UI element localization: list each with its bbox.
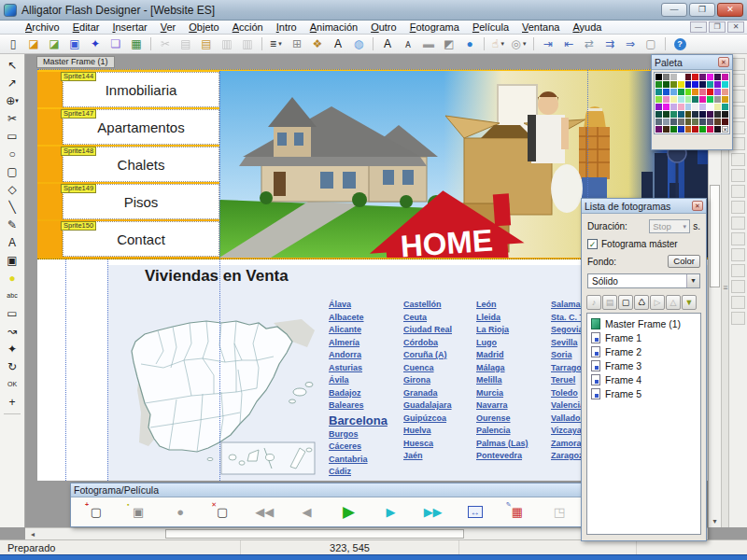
direct-select-tool-icon[interactable]: ↗ xyxy=(2,74,22,91)
palette-color-swatch[interactable] xyxy=(714,126,721,133)
horizontal-scroll-thumb[interactable] xyxy=(165,529,464,539)
province-link-baleares[interactable]: Baleares xyxy=(329,399,402,413)
forward-button[interactable]: ▶▶ xyxy=(421,502,445,523)
frame-item-master-frame-1[interactable]: Master Frame (1) xyxy=(587,316,700,330)
palette-color-swatch[interactable] xyxy=(722,119,728,125)
palette-color-swatch[interactable] xyxy=(692,119,698,125)
sprite-tag[interactable]: Sprite147 xyxy=(61,109,96,119)
palette-color-swatch[interactable] xyxy=(692,104,698,110)
province-link-granada[interactable]: Granada xyxy=(403,387,476,400)
palette-color-swatch[interactable] xyxy=(707,111,713,118)
province-link-palencia[interactable]: Palencia xyxy=(476,425,549,438)
province-link-guipuzcoa[interactable]: Guipúzcoa xyxy=(403,413,476,426)
help-icon[interactable]: ? xyxy=(670,35,689,52)
sprite-tag[interactable]: Sprite148 xyxy=(61,147,96,156)
palette-color-swatch[interactable] xyxy=(655,74,662,80)
dock-icon[interactable] xyxy=(731,296,745,309)
rewind-button[interactable]: ◀◀ xyxy=(252,502,276,523)
province-link-ceuta[interactable]: Ceuta xyxy=(403,312,476,325)
record-button[interactable]: ● xyxy=(168,502,192,523)
palette-color-swatch[interactable] xyxy=(678,96,684,103)
spain-outline[interactable] xyxy=(132,321,292,452)
province-link-andorra[interactable]: Andorra xyxy=(329,349,402,362)
palette-color-swatch[interactable] xyxy=(722,96,728,103)
palette-color-swatch[interactable] xyxy=(685,111,692,118)
province-link-cadiz[interactable]: Cádiz xyxy=(329,466,402,479)
frame-tab[interactable]: Master Frame (1) xyxy=(36,56,115,68)
outro-frame-icon[interactable]: ⇤ xyxy=(559,35,578,52)
dock-icon[interactable] xyxy=(731,248,745,261)
palette-color-swatch[interactable] xyxy=(685,104,692,110)
play-frame-button[interactable]: ▶ xyxy=(379,502,403,523)
palette-color-swatch[interactable] xyxy=(714,96,721,103)
ok-button-tool-icon[interactable]: OK xyxy=(2,375,22,393)
palette-color-swatch[interactable] xyxy=(692,74,698,80)
palette-color-swatch[interactable] xyxy=(722,104,728,110)
province-link-avila[interactable]: Ávila xyxy=(329,374,402,387)
export-page-icon[interactable]: ❏ xyxy=(106,35,125,52)
palette-color-swatch[interactable] xyxy=(685,81,692,88)
dock-icon[interactable] xyxy=(731,169,745,182)
palette-color-swatch[interactable] xyxy=(692,81,698,88)
previous-frame-button[interactable]: ◀ xyxy=(294,502,318,523)
palette-color-swatch[interactable] xyxy=(678,81,684,88)
dock-icon[interactable] xyxy=(731,264,745,277)
province-link-navarra[interactable]: Navarra xyxy=(476,399,549,413)
dock-icon[interactable] xyxy=(731,58,745,71)
palette-color-swatch[interactable] xyxy=(663,81,669,88)
palette-color-swatch[interactable] xyxy=(678,111,684,118)
palette-color-swatch[interactable] xyxy=(714,104,721,110)
dock-icon[interactable] xyxy=(731,217,745,230)
palette-color-swatch[interactable] xyxy=(670,104,677,110)
palette-color-swatch[interactable] xyxy=(707,104,713,110)
menu-intro[interactable]: Intro xyxy=(270,21,303,35)
palette-color-swatch[interactable] xyxy=(714,81,721,88)
frame-item-frame-5[interactable]: Frame 5 xyxy=(587,386,700,400)
menu-animacion[interactable]: Animación xyxy=(303,21,364,35)
province-link-malaga[interactable]: Málaga xyxy=(476,362,549,375)
province-link-lleida[interactable]: Lleida xyxy=(476,312,549,325)
palette-color-swatch[interactable] xyxy=(692,96,698,103)
province-link-alava[interactable]: Álava xyxy=(329,299,402,312)
restore-button[interactable]: ❐ xyxy=(689,3,715,17)
duration-select[interactable]: Stop ▼ xyxy=(649,219,690,233)
frames-close-icon[interactable]: ✕ xyxy=(692,201,703,211)
preview-browser-icon[interactable]: ● xyxy=(460,35,479,52)
province-link-girona[interactable]: Girona xyxy=(403,374,476,387)
group-icon[interactable]: ▥ xyxy=(218,35,236,52)
province-link-la-rioja[interactable]: La Rioja xyxy=(476,324,549,337)
loop-button[interactable]: ◳ xyxy=(547,502,571,523)
panel-icon[interactable]: ❖ xyxy=(308,35,327,52)
mdi-close-button[interactable]: ✕ xyxy=(727,21,744,33)
dock-icon[interactable] xyxy=(731,280,745,293)
palette-color-swatch[interactable] xyxy=(699,104,706,110)
province-link-cordoba[interactable]: Córdoba xyxy=(403,337,476,350)
palette-color-swatch[interactable] xyxy=(655,96,662,103)
province-link-huesca[interactable]: Huesca xyxy=(403,438,476,451)
label-tool-icon[interactable]: abc xyxy=(2,287,22,304)
palette-color-swatch[interactable] xyxy=(707,126,713,133)
palette-color-swatch[interactable] xyxy=(670,126,677,133)
ungroup-icon[interactable]: ▥ xyxy=(238,35,257,52)
province-link-albacete[interactable]: Albacete xyxy=(329,312,402,325)
palette-color-swatch[interactable] xyxy=(685,119,692,125)
palette-color-swatch[interactable] xyxy=(707,119,713,125)
province-link-lugo[interactable]: Lugo xyxy=(476,337,549,350)
open-folder-icon[interactable]: ◪ xyxy=(24,35,43,52)
paste-icon[interactable]: ▤ xyxy=(197,35,216,52)
copy-icon[interactable]: ▤ xyxy=(176,35,195,52)
menu-editar[interactable]: Editar xyxy=(66,21,106,35)
pencil-tool-icon[interactable]: ✎ xyxy=(2,216,22,233)
dock-icon[interactable] xyxy=(731,185,745,198)
province-link-cuenca[interactable]: Cuenca xyxy=(403,362,476,375)
line-tool-icon[interactable]: ╲ xyxy=(2,198,22,216)
palette-color-swatch[interactable] xyxy=(663,89,669,95)
menu-accion[interactable]: Acción xyxy=(226,21,270,35)
animation-icon[interactable]: ◎▼ xyxy=(510,35,529,52)
dock-icon[interactable] xyxy=(731,201,745,214)
new-document-icon[interactable]: ▯ xyxy=(4,35,22,52)
palette-color-swatch[interactable] xyxy=(714,111,721,118)
zoom-tool-icon[interactable]: ⊕▾ xyxy=(2,91,22,109)
shape-style-icon[interactable]: ◩ xyxy=(440,35,458,52)
color-button[interactable]: Color xyxy=(668,255,700,268)
